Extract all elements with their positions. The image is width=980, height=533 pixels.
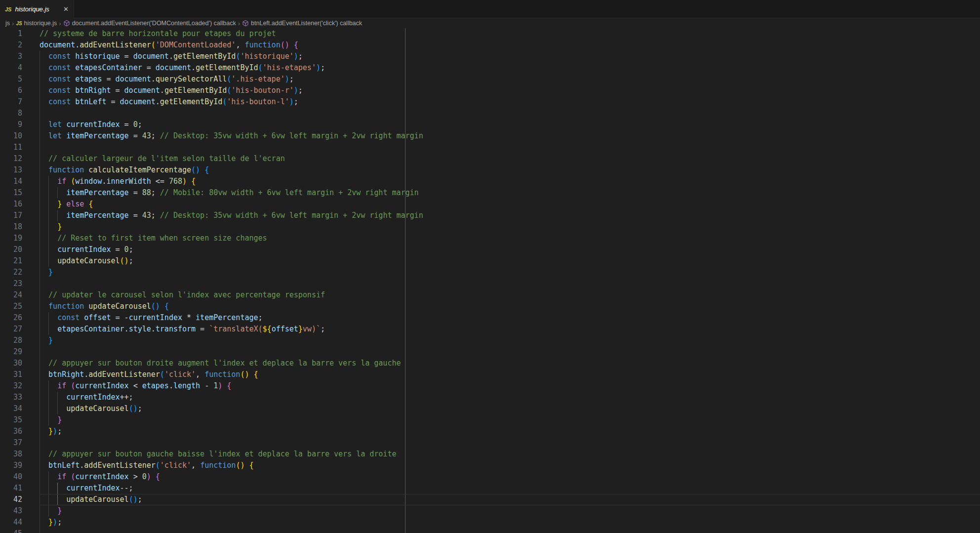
indent-guide [48,187,49,199]
code-text: } [40,221,980,233]
breadcrumb-item[interactable]: js [5,20,10,27]
close-icon[interactable]: ✕ [63,6,69,12]
code-line-3[interactable]: 3 const historique = document.getElement… [0,51,980,62]
indent-guide [48,403,49,414]
indent-guide [40,460,40,471]
code-line-38[interactable]: 38 // appuyer sur bouton gauche baisse l… [0,449,980,460]
code-line-39[interactable]: 39 btnLeft.addEventListener('click', fun… [0,460,980,471]
breadcrumb-item[interactable]: JShistorique.js [16,20,57,27]
code-line-35[interactable]: 35 } [0,414,980,426]
line-number: 41 [0,483,22,494]
code-line-9[interactable]: 9 let currentIndex = 0; [0,119,980,130]
code-line-10[interactable]: 10 let itemPercentage = 43; // Desktop: … [0,130,980,142]
line-number: 33 [0,392,22,403]
code-line-30[interactable]: 30 // appuyer sur bouton droite augment … [0,358,980,369]
indent-guide [40,176,40,187]
code-text: // appuyer sur bouton droite augment l'i… [40,358,980,369]
vscode-window: JS historique.js ✕ js›JShistorique.js›do… [0,0,980,533]
code-line-40[interactable]: 40 if (currentIndex > 0) { [0,471,980,483]
code-line-25[interactable]: 25 function updateCarousel() { [0,301,980,312]
breadcrumb-item[interactable]: document.addEventListener('DOMContentLoa… [63,20,236,27]
indent-guide [57,494,58,505]
code-text: // Reset to first item when screen size … [40,233,980,244]
code-editor[interactable]: 1// systeme de barre horizontale pour et… [0,28,980,533]
code-line-41[interactable]: 41 currentIndex--; [0,483,980,494]
code-line-42[interactable]: 42 updateCarousel(); [0,494,980,505]
breadcrumb-label: btnLeft.addEventListener('click') callba… [251,20,362,27]
code-text: const etapes = document.querySelectorAll… [40,74,980,85]
code-text: // updater le carousel selon l'index ave… [40,289,980,301]
code-line-44[interactable]: 44 }); [0,517,980,528]
breadcrumb-separator-icon: › [12,20,14,27]
line-number: 3 [0,51,22,62]
code-line-18[interactable]: 18 } [0,221,980,233]
code-line-4[interactable]: 4 const etapesContainer = document.getEl… [0,62,980,74]
indent-guide [48,199,49,210]
code-line-32[interactable]: 32 if (currentIndex < etapes.length - 1)… [0,380,980,392]
line-number: 44 [0,517,22,528]
indent-guide [40,437,40,449]
code-line-28[interactable]: 28 } [0,335,980,346]
breadcrumb-separator-icon: › [59,20,61,27]
indent-guide [40,74,40,85]
indent-guide [48,392,49,403]
code-line-2[interactable]: 2document.addEventListener('DOMContentLo… [0,40,980,51]
code-line-27[interactable]: 27 etapesContainer.style.transform = `tr… [0,324,980,335]
code-line-5[interactable]: 5 const etapes = document.querySelectorA… [0,74,980,85]
code-line-29[interactable]: 29 [0,346,980,358]
code-line-8[interactable]: 8 [0,108,980,119]
indent-guide [40,289,40,301]
code-line-45[interactable]: 45 [0,528,980,533]
line-number: 7 [0,96,22,108]
indent-guide [40,380,40,392]
code-line-1[interactable]: 1// systeme de barre horizontale pour et… [0,28,980,40]
code-line-13[interactable]: 13 function calculateItemPercentage() { [0,164,980,176]
line-number: 12 [0,153,22,164]
breadcrumb-separator-icon: › [238,20,240,27]
code-line-6[interactable]: 6 const btnRight = document.getElementBy… [0,85,980,96]
indent-guide [48,483,49,494]
line-number: 29 [0,346,22,358]
code-line-24[interactable]: 24 // updater le carousel selon l'index … [0,289,980,301]
code-line-14[interactable]: 14 if (window.innerWidth <= 768) { [0,176,980,187]
line-number: 16 [0,199,22,210]
code-text [40,346,980,358]
code-line-26[interactable]: 26 const offset = -currentIndex * itemPe… [0,312,980,324]
code-line-19[interactable]: 19 // Reset to first item when screen si… [0,233,980,244]
code-line-22[interactable]: 22 } [0,267,980,278]
code-line-31[interactable]: 31 btnRight.addEventListener('click', fu… [0,369,980,380]
indent-guide [48,494,49,505]
line-number: 31 [0,369,22,380]
indent-guide [40,221,40,233]
code-text: currentIndex = 0; [40,244,980,255]
code-line-43[interactable]: 43 } [0,505,980,517]
code-line-16[interactable]: 16 } else { [0,199,980,210]
code-line-17[interactable]: 17 itemPercentage = 43; // Desktop: 35vw… [0,210,980,221]
indent-guide [40,85,40,96]
code-line-21[interactable]: 21 updateCarousel(); [0,255,980,267]
code-line-15[interactable]: 15 itemPercentage = 88; // Mobile: 80vw … [0,187,980,199]
breadcrumb-label: js [5,20,10,27]
indent-guide [48,255,49,267]
code-text: } [40,414,980,426]
breadcrumb: js›JShistorique.js›document.addEventList… [0,18,980,28]
code-line-11[interactable]: 11 [0,142,980,153]
code-text: const etapesContainer = document.getElem… [40,62,980,74]
code-text: let itemPercentage = 43; // Desktop: 35v… [40,130,980,142]
code-text: } [40,505,980,517]
code-line-33[interactable]: 33 currentIndex++; [0,392,980,403]
code-line-37[interactable]: 37 [0,437,980,449]
indent-guide [57,483,58,494]
indent-guide [40,471,40,483]
code-line-7[interactable]: 7 const btnLeft = document.getElementByI… [0,96,980,108]
code-line-34[interactable]: 34 updateCarousel(); [0,403,980,414]
line-number: 22 [0,267,22,278]
code-line-36[interactable]: 36 }); [0,426,980,437]
line-number: 26 [0,312,22,324]
breadcrumb-item[interactable]: btnLeft.addEventListener('click') callba… [242,20,362,27]
code-line-12[interactable]: 12 // calculer largeur de l'item selon t… [0,153,980,164]
code-line-20[interactable]: 20 currentIndex = 0; [0,244,980,255]
tab-historique-js[interactable]: JS historique.js ✕ [0,0,74,18]
code-line-23[interactable]: 23 [0,278,980,289]
line-number: 20 [0,244,22,255]
